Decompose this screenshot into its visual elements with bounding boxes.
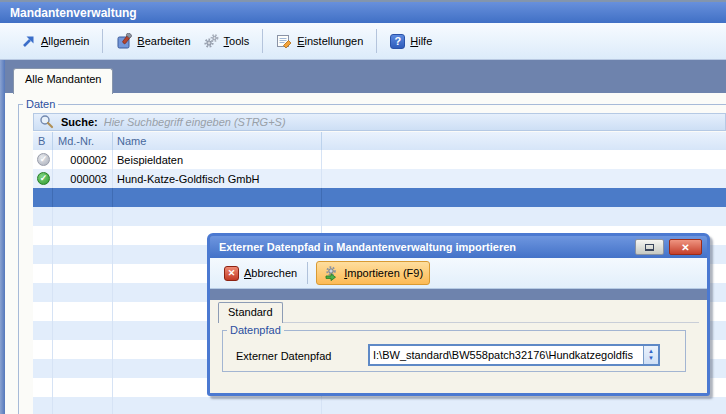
spinner-down-icon: ▼ xyxy=(648,355,654,362)
tab-standard[interactable]: Standard xyxy=(218,302,283,323)
datenpfad-group-label: Datenpfad xyxy=(227,324,284,337)
import-button[interactable]: Importieren (F9) xyxy=(316,261,430,285)
help-question-icon: ? xyxy=(390,34,405,49)
hammer-icon xyxy=(116,33,132,49)
search-icon xyxy=(39,114,54,131)
toolbar-separator xyxy=(376,29,377,53)
toolbar-separator xyxy=(262,29,263,53)
spinner-control[interactable]: ▲ ▼ xyxy=(643,346,658,364)
externer-datenpfad-label: Externer Datenpfad xyxy=(236,350,331,362)
main-toolbar: Allgemein Bearbeiten Tools Einstellungen… xyxy=(0,23,726,60)
active-check-icon: ✓ xyxy=(37,172,50,185)
window-left-border xyxy=(0,60,5,414)
daten-group-label: Daten xyxy=(23,98,58,111)
table-empty-row[interactable] xyxy=(33,397,726,414)
search-input[interactable] xyxy=(104,116,725,128)
toolbar-button-bearbeiten[interactable]: Bearbeiten xyxy=(110,29,196,53)
column-header-name[interactable]: Name xyxy=(113,132,322,150)
form-pencil-icon xyxy=(276,33,292,49)
toolbar-label: Bearbeiten xyxy=(137,35,190,47)
spinner-up-icon: ▲ xyxy=(648,348,654,355)
close-button[interactable]: ✕ xyxy=(669,239,702,255)
search-label: Suche: xyxy=(61,116,98,128)
arrow-up-right-icon xyxy=(20,33,36,49)
toolbar-label: Tools xyxy=(224,35,250,47)
search-bar[interactable]: Suche: xyxy=(33,113,726,131)
tab-label: Alle Mandanten xyxy=(25,73,101,85)
column-header-empty xyxy=(322,132,726,150)
gears-icon xyxy=(203,33,219,49)
inactive-check-icon: ✓ xyxy=(37,153,50,166)
window-titlebar: Mandantenverwaltung xyxy=(0,2,726,23)
toolbar-separator xyxy=(307,262,308,284)
minimize-button[interactable] xyxy=(635,239,664,255)
cell-name: Hund-Katze-Goldfisch GmbH xyxy=(113,169,322,188)
cancel-button[interactable]: ✕ Abbrechen xyxy=(218,263,303,284)
app-window: Mandantenverwaltung Allgemein Bearbeiten… xyxy=(0,0,726,414)
dialog-title: Externer Datenpfad in Mandantenverwaltun… xyxy=(219,241,516,253)
import-label: Importieren (F9) xyxy=(344,267,423,279)
column-header-mdnr[interactable]: Md.-Nr. xyxy=(53,132,113,150)
cell-mdnr: 000002 xyxy=(53,150,113,169)
cancel-label: Abbrechen xyxy=(244,267,297,279)
externer-datenpfad-field: ▲ ▼ xyxy=(368,344,660,366)
minimize-icon xyxy=(645,244,654,251)
import-gear-icon xyxy=(323,265,339,281)
window-title: Mandantenverwaltung xyxy=(10,6,137,20)
toolbar-button-tools[interactable]: Tools xyxy=(197,29,256,53)
toolbar-button-hilfe[interactable]: ? Hilfe xyxy=(384,30,438,53)
column-header-b[interactable]: B xyxy=(33,132,53,150)
cell-name: Beispieldaten xyxy=(113,150,322,169)
import-dialog: Externer Datenpfad in Mandantenverwaltun… xyxy=(207,233,710,396)
tab-label: Standard xyxy=(228,306,273,318)
table-row-selected[interactable] xyxy=(33,188,726,207)
dialog-body: Standard Datenpfad Externer Datenpfad ▲ … xyxy=(210,289,707,393)
table-header-row: B Md.-Nr. Name xyxy=(33,132,726,150)
toolbar-button-einstellungen[interactable]: Einstellungen xyxy=(270,29,369,53)
cancel-x-icon: ✕ xyxy=(224,266,239,281)
table-empty-row[interactable] xyxy=(33,207,726,226)
toolbar-label: Allgemein xyxy=(41,35,89,47)
table-row[interactable]: ✓ 000003 Hund-Katze-Goldfisch GmbH xyxy=(33,169,726,188)
externer-datenpfad-input[interactable] xyxy=(370,346,643,364)
toolbar-button-allgemein[interactable]: Allgemein xyxy=(14,29,95,53)
tab-page-rule xyxy=(279,322,699,323)
tab-alle-mandanten[interactable]: Alle Mandanten xyxy=(13,68,113,94)
close-icon: ✕ xyxy=(681,242,689,253)
dialog-toolbar: ✕ Abbrechen Importieren (F9) xyxy=(210,258,707,289)
cell-mdnr: 000003 xyxy=(53,169,113,188)
toolbar-separator xyxy=(102,29,103,53)
toolbar-label: Einstellungen xyxy=(297,35,363,47)
dialog-titlebar: Externer Datenpfad in Mandantenverwaltun… xyxy=(210,236,707,258)
table-row[interactable]: ✓ 000002 Beispieldaten xyxy=(33,150,726,169)
toolbar-label: Hilfe xyxy=(410,35,432,47)
